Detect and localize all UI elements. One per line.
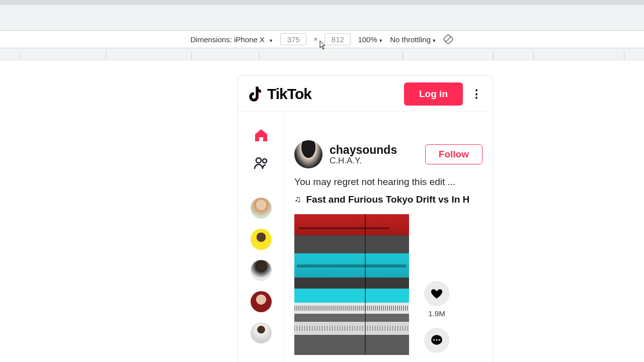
post-actions: 1.9M: [424, 281, 449, 355]
post-music[interactable]: ♫ Fast and Furious Tokyo Drift vs In H: [294, 194, 482, 205]
like-button[interactable]: [424, 281, 449, 306]
ruler: [0, 48, 644, 60]
following-icon[interactable]: [252, 154, 270, 172]
suggested-account-avatar[interactable]: [251, 229, 272, 250]
svg-point-6: [436, 339, 437, 340]
tiktok-header: TikTok Log in ⋮: [238, 76, 493, 112]
follow-button[interactable]: Follow: [425, 144, 482, 164]
suggested-account-avatar[interactable]: [251, 198, 272, 219]
suggested-account-avatar[interactable]: [251, 322, 272, 343]
feed: chaysounds C.H.A.Y. Follow You may regre…: [284, 112, 493, 362]
comment-button[interactable]: [424, 328, 449, 353]
like-count: 1.9M: [428, 309, 445, 318]
browser-toolbar-area: [0, 5, 644, 30]
author-avatar[interactable]: [294, 140, 323, 168]
author-info[interactable]: chaysounds C.H.A.Y.: [330, 143, 418, 166]
throttling-dropdown[interactable]: No throttling: [390, 35, 436, 44]
svg-point-3: [263, 159, 267, 163]
svg-point-2: [256, 158, 261, 163]
post-header: chaysounds C.H.A.Y. Follow: [294, 140, 482, 168]
chevron-down-icon: [267, 35, 273, 44]
dimensions-label: Dimensions: iPhone X: [191, 35, 265, 44]
svg-line-1: [446, 36, 451, 42]
more-menu-icon[interactable]: ⋮: [471, 87, 481, 101]
device-canvas: TikTok Log in ⋮: [0, 60, 644, 362]
width-input[interactable]: [280, 33, 306, 45]
svg-point-5: [433, 339, 435, 340]
device-frame: TikTok Log in ⋮: [237, 75, 493, 362]
suggested-account-avatar[interactable]: [251, 291, 272, 312]
devtools-device-toolbar: Dimensions: iPhone X × 100% No throttlin…: [0, 30, 644, 48]
home-icon[interactable]: [252, 126, 270, 144]
height-input[interactable]: [325, 33, 351, 45]
tiktok-wordmark: TikTok: [267, 85, 311, 103]
tiktok-body: chaysounds C.H.A.Y. Follow You may regre…: [238, 112, 493, 362]
music-note-icon: ♫: [294, 194, 301, 205]
author-displayname: C.H.A.Y.: [330, 156, 418, 166]
post-caption: You may regret not hearing this edit ...: [294, 175, 482, 189]
dimension-separator: ×: [313, 35, 317, 43]
author-username: chaysounds: [330, 143, 418, 157]
suggested-account-avatar[interactable]: [251, 260, 272, 281]
video-thumbnail[interactable]: [294, 214, 409, 355]
login-button[interactable]: Log in: [404, 82, 463, 106]
music-title: Fast and Furious Tokyo Drift vs In H: [306, 194, 470, 205]
dimensions-dropdown[interactable]: Dimensions: iPhone X: [191, 35, 274, 44]
browser-top-bar: [0, 0, 644, 5]
sidebar: [238, 112, 284, 362]
rotate-icon[interactable]: [443, 34, 453, 44]
zoom-dropdown[interactable]: 100%: [358, 35, 383, 44]
svg-point-7: [439, 339, 440, 340]
tiktok-logo[interactable]: TikTok: [249, 85, 311, 103]
post-content: 1.9M: [294, 214, 482, 355]
